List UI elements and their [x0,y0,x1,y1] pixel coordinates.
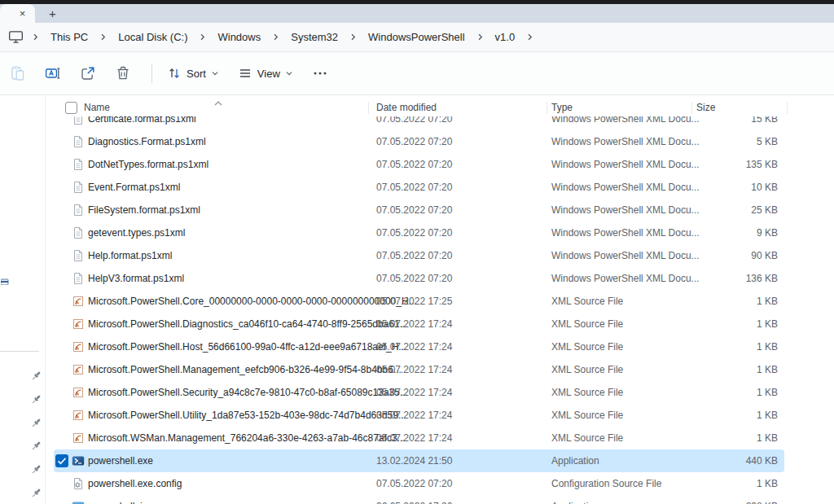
address-bar: This PCLocal Disk (C:)WindowsSystem32Win… [0,23,834,52]
file-name: Microsoft.PowerShell.Security_a94c8c7e-9… [88,387,408,398]
file-date-modified: 05.07.2022 17:24 [376,432,452,444]
breadcrumb-item-local-disk-c-[interactable]: Local Disk (C:) [113,28,192,46]
file-explorer-window: × + This PCLocal Disk (C:)WindowsSystem3… [0,0,834,504]
breadcrumb-item-system32[interactable]: System32 [286,28,343,46]
ps1xml-doc-icon [72,158,85,171]
paste-button[interactable] [3,59,33,88]
pin-icon[interactable] [30,393,42,405]
file-date-modified: 05.07.2022 17:24 [376,410,452,421]
file-row-microsoft-powershell-diagnostics-ca046f10-ca64-4740-8ff9-2565dba61[interactable]: Microsoft.PowerShell.Diagnostics_ca046f1… [54,313,784,335]
column-header-size[interactable]: Size [696,102,715,113]
file-list: Certificate.format.ps1xml07.05.2022 07:2… [46,95,834,504]
file-type: Windows PowerShell XML Docu... [551,250,700,261]
file-row-powershell-exe-config[interactable]: powershell.exe.config07.05.2022 07:20Con… [54,472,784,495]
xml-source-icon [72,340,85,353]
breadcrumb-chevron-icon[interactable] [476,33,484,42]
file-date-modified: 05.07.2022 17:24 [376,387,452,398]
file-size: 135 KB [680,159,778,170]
xml-source-icon [72,409,85,422]
config-file-icon [72,477,85,490]
breadcrumb-chevron-icon[interactable] [32,33,39,42]
column-header-name[interactable]: Name [84,102,110,113]
file-row-microsoft-wsman-management-766204a6-330e-4263-a7ab-46c87afc3[interactable]: Microsoft.WSMan.Management_766204a6-330e… [54,427,784,449]
column-separator[interactable] [546,102,547,114]
file-row-microsoft-powershell-core-00000000-0000-0000-0000-000000000000-h[interactable]: Microsoft.PowerShell.Core_00000000-0000-… [54,290,784,313]
breadcrumb-chevron-icon[interactable] [349,33,357,42]
column-separator[interactable] [691,102,692,114]
powershell-ise-app-icon [72,500,85,504]
file-size: 9 KB [680,227,778,239]
view-label: View [257,68,280,80]
view-icon [238,66,252,81]
file-name: Microsoft.PowerShell.Utility_1da87e53-15… [88,410,406,421]
ps1xml-doc-icon [72,181,85,194]
sort-button[interactable]: Sort [160,59,226,88]
breadcrumb-item-this-pc[interactable]: This PC [46,28,93,46]
file-type: XML Source File [551,341,623,353]
delete-button[interactable] [108,59,138,88]
sidebar-clipped-icon[interactable] [1,276,10,285]
file-type: Windows PowerShell XML Docu... [551,204,700,216]
breadcrumb-chevron-icon[interactable] [199,33,206,42]
file-size: 1 KB [680,478,778,489]
column-separator[interactable] [368,102,369,114]
explorer-tab[interactable]: × [0,4,35,23]
column-header-type[interactable]: Type [551,102,573,113]
file-size: 440 KB [680,455,778,467]
file-name: HelpV3.format.ps1xml [88,273,184,284]
file-type: Application [551,501,599,504]
breadcrumb-item-v1-0[interactable]: v1.0 [490,28,520,46]
column-header-row: Name Date modified Type Size [46,99,834,116]
file-row-dotnettypes-format-ps1xml[interactable]: DotNetTypes.format.ps1xml07.05.2022 07:2… [54,153,784,176]
file-row-microsoft-powershell-host-56d66100-99a0-4ffc-a12d-eee9a6718aef-h[interactable]: Microsoft.PowerShell.Host_56d66100-99a0-… [54,335,784,358]
select-all-checkbox[interactable] [65,102,77,114]
file-row-helpv3-format-ps1xml[interactable]: HelpV3.format.ps1xml07.05.2022 07:20Wind… [54,267,784,290]
column-separator[interactable] [787,102,788,114]
see-more-button[interactable] [305,59,335,88]
row-checkbox-checked[interactable] [55,454,68,467]
pin-icon[interactable] [30,487,42,499]
file-date-modified: 05.07.2022 17:24 [376,341,452,353]
toolbar: SortView [0,52,834,95]
file-size: 90 KB [680,250,778,261]
tab-close-button[interactable]: × [15,7,29,20]
breadcrumb-item-windows[interactable]: Windows [213,28,266,46]
breadcrumb-item-windowspowershell[interactable]: WindowsPowerShell [363,28,470,46]
file-row-help-format-ps1xml[interactable]: Help.format.ps1xml07.05.2022 07:20Window… [54,244,784,267]
rename-button[interactable] [38,59,68,88]
file-row-powershell-exe[interactable]: powershell.exe13.02.2024 21:50Applicatio… [54,449,784,472]
file-size: 1 KB [680,387,778,398]
file-date-modified: 13.02.2024 21:50 [376,455,452,467]
this-pc-icon[interactable] [8,30,24,44]
file-date-modified: 05.07.2022 17:24 [376,318,452,330]
file-row-event-format-ps1xml[interactable]: Event.Format.ps1xml07.05.2022 07:20Windo… [54,176,784,199]
pin-icon[interactable] [30,370,42,382]
file-row-microsoft-powershell-security-a94c8c7e-9810-47c0-b8af-65089c13a35[interactable]: Microsoft.PowerShell.Security_a94c8c7e-9… [54,381,784,404]
breadcrumb-chevron-icon[interactable] [99,33,107,42]
file-row-diagnostics-format-ps1xml[interactable]: Diagnostics.Format.ps1xml07.05.2022 07:2… [54,130,784,153]
file-row-powershell-ise-exe[interactable]: powershell_ise.exe06.05.2022 17:26Applic… [54,495,784,504]
view-button[interactable]: View [231,59,300,88]
xml-source-icon [72,295,85,308]
ps1xml-doc-icon [72,226,85,239]
pin-icon[interactable] [30,463,42,476]
file-size: 1 KB [680,364,778,375]
sort-icon [167,66,182,81]
pin-icon[interactable] [30,417,42,429]
column-header-date-modified[interactable]: Date modified [376,102,437,113]
file-row-filesystem-format-ps1xml[interactable]: FileSystem.format.ps1xml07.05.2022 07:20… [54,199,784,221]
ps1xml-doc-icon [72,135,85,148]
file-row-getevent-types-ps1xml[interactable]: getevent.types.ps1xml07.05.2022 07:20Win… [54,221,784,244]
share-button[interactable] [73,59,103,88]
file-type: Configuration Source File [551,478,661,489]
tab-strip: × + [0,4,834,23]
breadcrumb-chevron-icon[interactable] [272,33,279,42]
powershell-app-icon [72,454,85,467]
xml-source-icon [72,432,85,445]
pin-icon[interactable] [30,440,42,452]
new-tab-button[interactable]: + [45,6,60,21]
file-name: Microsoft.PowerShell.Core_00000000-0000-… [88,296,417,307]
breadcrumb-chevron-icon[interactable] [526,33,533,42]
file-row-microsoft-powershell-management-eefcb906-b326-4e99-9f54-8b4bb6[interactable]: Microsoft.PowerShell.Management_eefcb906… [54,358,784,381]
file-row-microsoft-powershell-utility-1da87e53-152b-403e-98dc-74d7b4d63d59[interactable]: Microsoft.PowerShell.Utility_1da87e53-15… [54,404,784,427]
